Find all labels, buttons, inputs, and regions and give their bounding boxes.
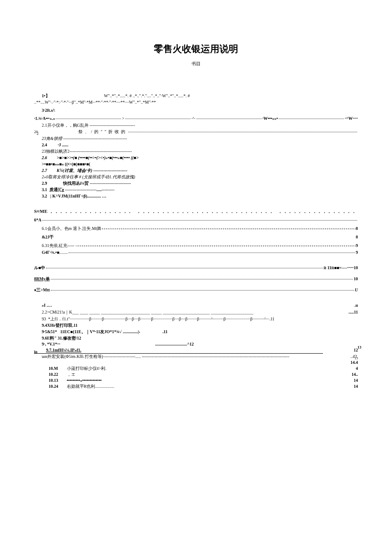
- toc-line: »I .….u: [34, 302, 358, 309]
- toc-line: 23角&轶猾 ---------------------------------…: [34, 135, 358, 142]
- toc-line: 20 2 祭、/的""折收的: [34, 128, 358, 135]
- toc-line: io 9.7.1mfH¼¼.IP»f1. 12 13: [34, 347, 358, 354]
- toc-line: 93 *上f1．f1.t"··················β········…: [34, 316, 358, 322]
- toc-line: 23独棋以帆济2--------------------------------…: [34, 148, 358, 154]
- toc-line: 6*A: [34, 217, 358, 224]
- document-page: 零售火收银运用说明 书目 1•】 W"..*"..*.....*. # ..*.…: [0, 0, 392, 407]
- toc-line: 2.9 快找用丛i¼贸 ----------------------------…: [34, 180, 358, 186]
- toc-line: 10.13 •••••••••«••••••••••••• 14: [34, 378, 358, 384]
- toc-line: 10.24 右勋就平R也利.................. 14: [34, 384, 358, 389]
- toc-line: 8RMy单10: [34, 276, 358, 282]
- toc-line: 9·, *V.1*··· ...........................…: [34, 341, 358, 347]
- toc-line: 2»0取将女得冷往事 # (攵接班或手动1.代将也故愧): [34, 174, 358, 180]
- toc-line: 9·5&51* 11EC■{11E。｜V*·11友JO*1*¾√ .......…: [34, 328, 358, 335]
- toc-line: S≈ME ．．．．．．．．．．．．．．．．． ．．．．．．．．．．．．．．．．．…: [34, 208, 358, 215]
- toc-line: 2.7 K¾(讨裳、堵会/卡) ------------------------: [34, 167, 358, 174]
- toc-line: 9.4XHr登打印双.11: [34, 322, 358, 328]
- toc-line: 14.4: [34, 360, 358, 366]
- toc-line: ·1.¾·A••·».«>·^··W•••»»•·^W·····: [34, 115, 358, 122]
- toc-line: ..**....W"·.·"·*:·"·*·"···β"..*M"·*M···*…: [34, 99, 358, 105]
- toc-section-2: S≈ME ．．．．．．．．．．．．．．．．． ．．．．．．．．．．．．．．．．．…: [34, 208, 358, 256]
- page-subtitle: 书目: [34, 61, 358, 67]
- toc-line: 3.1 质通汇g ----------------------.....----…: [34, 186, 358, 193]
- toc-line: 6.1会员小。色m 退卜.注失.Mt満-8: [34, 225, 358, 232]
- toc-line: G4Γ·¾.•■........ 9: [34, 249, 358, 256]
- toc-line: 9.6E料" 31.修改密/12: [34, 335, 358, 341]
- toc-line: 1•】 W"..*"..*.....*. # ..*..".*."...."..…: [34, 93, 358, 99]
- page-title: 零售火收银运用说明: [34, 43, 358, 55]
- toc-line: >•■■•■»»■« ((•>(■(■■■•■(: [34, 161, 358, 167]
- toc-line: 2.4 ·J ......: [34, 142, 358, 148]
- toc-section-4: »I .….u 2.2>CMi21!a｜K___ ____ _____ ____…: [34, 302, 358, 389]
- toc-line: 3.2 | K^VJM(11nHΓ÷β)............. …: [34, 193, 358, 199]
- toc-section-3: ル■中it 11it■■=----······10 8RMy单10 ♦三>Mtt…: [34, 264, 358, 293]
- toc-line: 3·2ft.s/\: [34, 107, 358, 113]
- toc-line: ル■中it 11it■■=----······10: [34, 264, 358, 271]
- toc-section-1: 1•】 W"..*"..*.....*. # ..*..".*."...."..…: [34, 93, 358, 199]
- toc-line: 10.M 小筬打印标少仪4>利. 4: [34, 366, 358, 372]
- toc-line: ♦三>MttU: [34, 287, 358, 293]
- toc-line: 2.6 >■>■>>•(■ (••••■(••>•(><•)»•■(•••«■(…: [34, 154, 358, 161]
- toc-line: &2J干8: [34, 234, 358, 241]
- toc-line: 2.1开小仪单，，购G乱并 --------------------------…: [34, 122, 358, 128]
- toc-line: 2.2>CMi21!a｜K___ ____ _____ ____________…: [34, 309, 358, 316]
- toc-line: uαι外宏安装(Φ5im.Kffi.打生枪等)·----------------…: [34, 354, 358, 360]
- toc-line: 6.31先依.紅充----- --9: [34, 242, 358, 249]
- toc-line: 10.22 ，エ 14..: [34, 372, 358, 378]
